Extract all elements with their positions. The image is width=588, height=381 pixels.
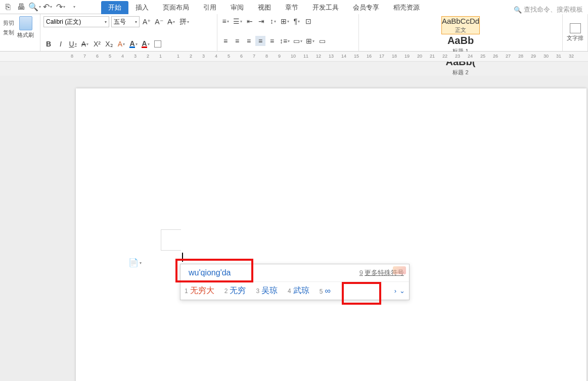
text-direction-label: 文字排 [567, 34, 583, 42]
text-effects-button[interactable]: A [116, 39, 126, 49]
section-marker-icon[interactable]: 📄 [128, 258, 137, 267]
style-preview: AaBbCcDd [442, 17, 479, 25]
ime-more-number: 9 [359, 269, 363, 276]
tab-review[interactable]: 审阅 [223, 1, 251, 14]
showpara-button[interactable]: ⊡ [303, 16, 313, 26]
qat-print-icon[interactable]: 🖶 [15, 2, 27, 13]
format-painter-button[interactable]: 格式刷 [17, 16, 34, 39]
ime-logo-icon [393, 266, 406, 274]
margin-guide [161, 229, 181, 251]
ime-candidates: 1无穷大 2无穷 3吴琼 4武琼 5∞ › ⌄ [180, 281, 409, 300]
ime-window: wu'qiong'da 9更多特殊符号 1无穷大 2无穷 3吴琼 4武琼 5∞ … [180, 264, 410, 300]
tab-view[interactable]: 视图 [251, 1, 278, 14]
tab-resources[interactable]: 稻壳资源 [386, 1, 427, 14]
style-normal[interactable]: AaBbCcDd 正文 [441, 16, 480, 34]
page[interactable] [76, 88, 586, 381]
ime-candidate-4[interactable]: 4武琼 [288, 285, 309, 296]
highlight-button[interactable]: A [128, 39, 139, 49]
align-left-button[interactable]: ≡ [220, 36, 231, 46]
qat-undo-icon[interactable]: ↶▾ [41, 2, 54, 13]
qat-overflow-icon[interactable]: ▾ [68, 2, 80, 13]
copy-button[interactable]: 复制 [3, 29, 14, 36]
ribbon: 剪切 复制 格式刷 Calibri (正文) ▾ 五号 ▾ A⁺ A⁻ A̶ 拼 [0, 14, 588, 52]
ruler-row: 8765432112345678910111213141516171819202… [0, 52, 588, 62]
ime-nav: › ⌄ [394, 287, 405, 295]
subscript-button[interactable]: X₂ [104, 39, 114, 49]
ime-input-string: wu'qiong'da [186, 267, 234, 278]
tabs-button[interactable]: ⊞ [280, 16, 290, 26]
ime-candidate-5[interactable]: 5∞ [320, 287, 331, 296]
font-size-value: 五号 [114, 18, 126, 26]
superscript-button[interactable]: X² [92, 39, 102, 49]
search-box[interactable]: 🔍 查找命令、搜索模板 [509, 5, 588, 14]
italic-button[interactable]: I [56, 39, 66, 49]
underline-button[interactable]: U [68, 39, 78, 49]
tab-pagelayout[interactable]: 页面布局 [156, 1, 196, 14]
search-placeholder: 查找命令、搜索模板 [524, 5, 583, 14]
phonetic-button[interactable]: 拼 [178, 17, 190, 27]
ime-candidate-1[interactable]: 1无穷大 [185, 285, 214, 296]
font-name-combo[interactable]: Calibri (正文) ▾ [43, 16, 109, 27]
ime-expand-icon[interactable]: ⌄ [399, 287, 405, 295]
grow-font-button[interactable]: A⁺ [142, 17, 152, 27]
ime-candidate-2[interactable]: 2无穷 [224, 285, 246, 296]
select-button[interactable]: ▭ [317, 36, 327, 46]
shrink-font-button[interactable]: A⁻ [154, 17, 164, 27]
style-label: 正文 [455, 26, 466, 34]
group-styles: AaBbCcDd 正文 AaBb 标题 1 AaBb( 标题 2 AaBbC 标… [359, 14, 563, 51]
align-right-button[interactable]: ≡ [244, 36, 254, 46]
marks-button[interactable]: ¶ [292, 16, 302, 26]
numbering-button[interactable]: ☰ [232, 16, 243, 26]
qat-save-icon[interactable]: ⎘ [2, 2, 14, 13]
outdent-button[interactable]: ⇤ [245, 16, 255, 26]
align-center-button[interactable]: ≡ [232, 36, 242, 46]
horizontal-ruler[interactable]: 8765432112345678910111213141516171819202… [71, 52, 588, 62]
qat-redo-icon[interactable]: ↷▾ [55, 2, 67, 13]
qat-preview-icon[interactable]: 🔍▾ [28, 2, 40, 13]
text-cursor [182, 253, 183, 262]
style-label: 标题 2 [453, 69, 468, 76]
align-dist-button[interactable]: ≡ [267, 36, 277, 46]
document-area: 📄 wu'qiong'da 9更多特殊符号 1无穷大 2无穷 3吴琼 4武琼 5… [0, 76, 588, 381]
font-color-button[interactable]: A [141, 39, 151, 49]
tab-start[interactable]: 开始 [101, 1, 128, 14]
tab-section[interactable]: 章节 [278, 1, 305, 14]
clear-format-button[interactable]: A̶ [166, 17, 176, 27]
tab-member[interactable]: 会员专享 [346, 1, 386, 14]
tab-reference[interactable]: 引用 [196, 1, 223, 14]
strike-button[interactable]: A [80, 39, 90, 49]
tab-devtools[interactable]: 开发工具 [305, 1, 346, 14]
tab-insert[interactable]: 插入 [128, 1, 156, 14]
text-direction-icon [570, 23, 581, 33]
bold-button[interactable]: B [43, 39, 54, 49]
cut-button[interactable]: 剪切 [3, 19, 14, 27]
group-paragraph: ≡ ☰ ⇤ ⇥ ↕ ⊞ ¶ ⊡ ≡ ≡ ≡ ≡ ≡ ↕≡ ▭ ⊞ ▭ [217, 14, 359, 51]
chevron-down-icon: ▾ [135, 20, 137, 24]
borders-button[interactable]: ⊞ [305, 36, 315, 46]
brush-icon [19, 16, 32, 30]
ime-next-icon[interactable]: › [394, 287, 396, 295]
format-painter-label: 格式刷 [17, 31, 34, 39]
chevron-down-icon: ▾ [105, 20, 107, 24]
ime-candidate-3[interactable]: 3吴琼 [256, 285, 278, 296]
ribbon-tabs: 开始 插入 页面布局 引用 审阅 视图 章节 开发工具 会员专享 稻壳资源 🔍 … [101, 0, 588, 14]
group-clipboard: 剪切 复制 格式刷 [0, 14, 40, 51]
char-shading-button[interactable] [153, 39, 163, 49]
style-preview: AaBb [447, 35, 474, 46]
group-font: Calibri (正文) ▾ 五号 ▾ A⁺ A⁻ A̶ 拼 B I U A X… [40, 14, 217, 51]
align-justify-button[interactable]: ≡ [255, 36, 265, 46]
font-size-combo[interactable]: 五号 ▾ [111, 16, 140, 27]
bullets-button[interactable]: ≡ [220, 16, 231, 26]
sort-button[interactable]: ↕ [268, 16, 278, 26]
shading-button[interactable]: ▭ [292, 36, 303, 46]
search-icon: 🔍 [514, 6, 522, 14]
text-direction-button[interactable]: 文字排 [563, 14, 588, 51]
linespacing-button[interactable]: ↕≡ [279, 36, 291, 46]
indent-button[interactable]: ⇥ [256, 16, 266, 26]
font-name-value: Calibri (正文) [46, 18, 81, 26]
